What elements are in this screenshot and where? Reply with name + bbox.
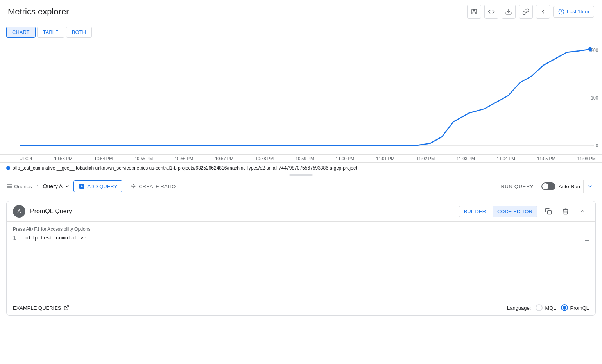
copy-icon bbox=[545, 208, 552, 215]
add-query-button[interactable]: ADD QUERY bbox=[73, 180, 122, 192]
x-label-1101: 11:01 PM bbox=[376, 156, 394, 161]
x-label-1104: 11:04 PM bbox=[497, 156, 515, 161]
view-tabs: CHART TABLE BOTH bbox=[0, 23, 602, 41]
x-label-1055: 10:55 PM bbox=[134, 156, 153, 161]
copy-button[interactable] bbox=[542, 205, 555, 218]
query-text[interactable]: otlp_test_cumulative bbox=[25, 235, 86, 241]
x-label-1059: 10:59 PM bbox=[296, 156, 314, 161]
mql-option[interactable]: MQL bbox=[536, 304, 556, 311]
x-label-1106: 11:06 PM bbox=[577, 156, 596, 161]
menu-icon bbox=[6, 183, 13, 189]
x-label-1102: 11:02 PM bbox=[416, 156, 435, 161]
svg-text:200: 200 bbox=[591, 47, 598, 53]
breadcrumb-chevron-icon bbox=[35, 184, 40, 189]
x-label-1100: 11:00 PM bbox=[336, 156, 354, 161]
svg-rect-20 bbox=[548, 211, 552, 214]
time-range-label: Last 15 m bbox=[567, 9, 589, 14]
x-label-utc: UTC-4 bbox=[20, 156, 32, 161]
scroll-indicator bbox=[0, 173, 602, 177]
add-icon bbox=[79, 183, 85, 189]
queries-menu-button[interactable]: Queries bbox=[6, 183, 32, 189]
tab-chart[interactable]: CHART bbox=[6, 27, 36, 38]
query-name: Query A bbox=[43, 183, 63, 189]
x-label-1105: 11:05 PM bbox=[537, 156, 555, 161]
back-button[interactable] bbox=[536, 5, 550, 19]
example-queries-label: EXAMPLE QUERIES bbox=[13, 305, 61, 311]
svg-rect-1 bbox=[473, 9, 475, 11]
collapse-icon bbox=[579, 208, 586, 215]
code-editor[interactable]: Press Alt+F1 for Accessibility Options. … bbox=[7, 222, 595, 300]
delete-button[interactable] bbox=[559, 205, 572, 218]
delete-icon bbox=[562, 208, 569, 215]
query-panel-footer: EXAMPLE QUERIES Language: MQL PromQL bbox=[7, 300, 595, 315]
chart-legend: otlp_test_cumulative __gce__ tobadiah un… bbox=[0, 163, 602, 173]
line-number: 1 bbox=[13, 235, 19, 241]
query-avatar: A bbox=[13, 205, 25, 218]
header: Metrics explorer Last 15 m bbox=[0, 0, 602, 23]
language-selector: Language: MQL PromQL bbox=[507, 304, 589, 311]
svg-line-19 bbox=[131, 185, 132, 186]
promql-radio-inner bbox=[563, 306, 566, 310]
add-query-label: ADD QUERY bbox=[87, 184, 117, 189]
query-selector[interactable]: Query A bbox=[43, 183, 71, 189]
promql-radio[interactable] bbox=[561, 304, 568, 311]
tab-table[interactable]: TABLE bbox=[37, 27, 64, 38]
auto-run-toggle[interactable]: Auto-Run bbox=[541, 182, 580, 190]
create-ratio-label: CREATE RATIO bbox=[139, 184, 176, 189]
language-label: Language: bbox=[507, 305, 531, 311]
legend-text: otlp_test_cumulative __gce__ tobadiah un… bbox=[13, 165, 357, 171]
download-icon-button[interactable] bbox=[502, 5, 516, 19]
expand-button[interactable] bbox=[583, 180, 596, 193]
promql-option[interactable]: PromQL bbox=[561, 304, 589, 311]
expand-icon bbox=[586, 183, 593, 190]
run-query-label: RUN QUERY bbox=[501, 184, 534, 189]
legend-dot bbox=[6, 166, 10, 170]
toggle-thumb bbox=[542, 183, 548, 189]
external-link-icon bbox=[64, 305, 69, 310]
query-title: PromQL Query bbox=[30, 208, 454, 215]
chart-x-labels: UTC-4 10:53 PM 10:54 PM 10:55 PM 10:56 P… bbox=[0, 155, 602, 163]
mql-radio[interactable] bbox=[536, 304, 543, 311]
svg-text:100: 100 bbox=[591, 95, 598, 100]
svg-text:0: 0 bbox=[596, 143, 598, 148]
ratio-icon bbox=[130, 183, 136, 189]
time-range-button[interactable]: Last 15 m bbox=[553, 6, 594, 18]
header-actions: Last 15 m bbox=[467, 5, 594, 19]
svg-line-21 bbox=[66, 306, 68, 308]
query-panel-header: A PromQL Query BUILDER CODE EDITOR bbox=[7, 201, 595, 222]
link-icon-button[interactable] bbox=[519, 5, 533, 19]
code-minus: — bbox=[585, 236, 589, 244]
chart-area: 200 100 0 bbox=[0, 41, 602, 155]
x-label-1056: 10:56 PM bbox=[175, 156, 193, 161]
promql-label: PromQL bbox=[570, 305, 589, 311]
query-panel: A PromQL Query BUILDER CODE EDITOR Press… bbox=[6, 201, 596, 316]
run-query-button[interactable]: RUN QUERY bbox=[496, 181, 538, 192]
mql-label: MQL bbox=[545, 305, 556, 311]
page-title: Metrics explorer bbox=[8, 7, 69, 17]
query-toolbar: Queries Query A ADD QUERY CREATE RATIO R… bbox=[0, 177, 602, 196]
scroll-handle[interactable] bbox=[289, 174, 313, 176]
x-label-1103: 11:03 PM bbox=[457, 156, 475, 161]
code-editor-button[interactable]: CODE EDITOR bbox=[493, 206, 538, 217]
queries-label: Queries bbox=[14, 184, 32, 189]
tab-both[interactable]: BOTH bbox=[66, 27, 92, 38]
builder-button[interactable]: BUILDER bbox=[459, 206, 491, 217]
x-label-1053: 10:53 PM bbox=[54, 156, 72, 161]
chart-svg: 200 100 0 bbox=[0, 41, 602, 154]
create-ratio-button[interactable]: CREATE RATIO bbox=[125, 181, 180, 192]
view-mode-buttons: BUILDER CODE EDITOR bbox=[459, 206, 538, 217]
x-label-1054: 10:54 PM bbox=[94, 156, 113, 161]
code-icon-button[interactable] bbox=[484, 5, 498, 19]
x-label-1057: 10:57 PM bbox=[215, 156, 233, 161]
toggle-track[interactable] bbox=[541, 182, 555, 190]
query-dropdown-icon bbox=[64, 183, 70, 189]
auto-run-label: Auto-Run bbox=[559, 184, 580, 189]
code-line-1: 1 otlp_test_cumulative bbox=[13, 235, 589, 241]
code-hint: Press Alt+F1 for Accessibility Options. bbox=[13, 227, 589, 232]
example-queries-button[interactable]: EXAMPLE QUERIES bbox=[13, 305, 69, 311]
x-label-1058: 10:58 PM bbox=[255, 156, 274, 161]
save-icon-button[interactable] bbox=[467, 5, 481, 19]
collapse-button[interactable] bbox=[577, 205, 589, 218]
